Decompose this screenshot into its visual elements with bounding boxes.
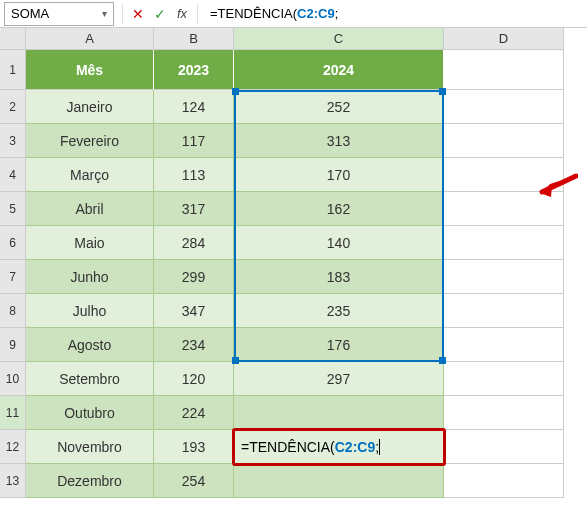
- row-header-11[interactable]: 11: [0, 396, 26, 430]
- close-icon: ✕: [132, 6, 144, 22]
- select-all-corner[interactable]: [0, 28, 26, 50]
- row-header-3[interactable]: 3: [0, 124, 26, 158]
- row-header-4[interactable]: 4: [0, 158, 26, 192]
- formula-eq: =: [241, 439, 249, 455]
- cell-2023[interactable]: 120: [154, 362, 234, 396]
- cell-2023[interactable]: 193: [154, 430, 234, 464]
- cell-2024[interactable]: 252: [234, 90, 444, 124]
- cell-2023[interactable]: 347: [154, 294, 234, 328]
- column-header-c[interactable]: C: [234, 28, 444, 50]
- cell-2024[interactable]: 176: [234, 328, 444, 362]
- cancel-formula-button[interactable]: ✕: [127, 3, 149, 25]
- name-box[interactable]: SOMA ▾: [4, 2, 114, 26]
- column-header-a[interactable]: A: [26, 28, 154, 50]
- column-header-b[interactable]: B: [154, 28, 234, 50]
- row-header-2[interactable]: 2: [0, 90, 26, 124]
- row-header-12[interactable]: 12: [0, 430, 26, 464]
- cell-blank[interactable]: [444, 328, 564, 362]
- formula-fn: TENDÊNCIA(: [249, 439, 335, 455]
- header-2023[interactable]: 2023: [154, 50, 234, 90]
- row-header-6[interactable]: 6: [0, 226, 26, 260]
- cell-2024[interactable]: [234, 464, 444, 498]
- cell-mes[interactable]: Dezembro: [26, 464, 154, 498]
- cell-2023[interactable]: 124: [154, 90, 234, 124]
- cell-2023[interactable]: 284: [154, 226, 234, 260]
- row-header-7[interactable]: 7: [0, 260, 26, 294]
- cell-blank[interactable]: [444, 464, 564, 498]
- column-headers: A B C D: [26, 28, 564, 50]
- formula-ref: C2:C9: [335, 439, 375, 455]
- accept-formula-button[interactable]: ✓: [149, 3, 171, 25]
- cell-mes[interactable]: Fevereiro: [26, 124, 154, 158]
- cell-blank[interactable]: [444, 192, 564, 226]
- formula-function: TENDÊNCIA(: [218, 6, 297, 21]
- cell-2023[interactable]: 113: [154, 158, 234, 192]
- cell-mes[interactable]: Outubro: [26, 396, 154, 430]
- cell-mes[interactable]: Maio: [26, 226, 154, 260]
- formula-suffix: ;: [335, 6, 339, 21]
- cell-mes[interactable]: Junho: [26, 260, 154, 294]
- cell-blank[interactable]: [444, 260, 564, 294]
- cell-blank[interactable]: [444, 226, 564, 260]
- cell-2024[interactable]: 235: [234, 294, 444, 328]
- cell-2023[interactable]: 299: [154, 260, 234, 294]
- cell-blank[interactable]: [444, 124, 564, 158]
- cell-blank[interactable]: [444, 294, 564, 328]
- cell-2023[interactable]: 234: [154, 328, 234, 362]
- cell-2023[interactable]: 317: [154, 192, 234, 226]
- cell-2024[interactable]: 313: [234, 124, 444, 158]
- cell-mes[interactable]: Novembro: [26, 430, 154, 464]
- cell-blank[interactable]: [444, 430, 564, 464]
- column-header-d[interactable]: D: [444, 28, 564, 50]
- cell-2024[interactable]: 170: [234, 158, 444, 192]
- fx-icon: fx: [177, 6, 187, 21]
- row-headers: 1 2 3 4 5 6 7 8 9 10 11 12 13: [0, 50, 26, 498]
- formula-reference: C2:C9: [297, 6, 335, 21]
- cell-2023[interactable]: 254: [154, 464, 234, 498]
- insert-function-button[interactable]: fx: [171, 3, 193, 25]
- row-header-13[interactable]: 13: [0, 464, 26, 498]
- cell-mes[interactable]: Agosto: [26, 328, 154, 362]
- cell-blank[interactable]: [444, 158, 564, 192]
- row-header-5[interactable]: 5: [0, 192, 26, 226]
- cell-2023[interactable]: 117: [154, 124, 234, 158]
- row-header-8[interactable]: 8: [0, 294, 26, 328]
- cell-2024[interactable]: 297: [234, 362, 444, 396]
- cell-mes[interactable]: Março: [26, 158, 154, 192]
- cell-blank[interactable]: [444, 396, 564, 430]
- cells-area: Mês 2023 2024 Janeiro124252 Fevereiro117…: [26, 50, 564, 498]
- separator: [122, 4, 123, 24]
- cell-mes[interactable]: Abril: [26, 192, 154, 226]
- cell-2024[interactable]: 183: [234, 260, 444, 294]
- cell-mes[interactable]: Janeiro: [26, 90, 154, 124]
- header-mes[interactable]: Mês: [26, 50, 154, 90]
- cell-2023[interactable]: 224: [154, 396, 234, 430]
- cell-mes[interactable]: Julho: [26, 294, 154, 328]
- text-cursor: [379, 439, 380, 455]
- cell-blank[interactable]: [444, 362, 564, 396]
- cell-2024[interactable]: 140: [234, 226, 444, 260]
- row-header-9[interactable]: 9: [0, 328, 26, 362]
- formula-input[interactable]: =TENDÊNCIA(C2:C9;: [202, 6, 587, 21]
- formula-bar: SOMA ▾ ✕ ✓ fx =TENDÊNCIA(C2:C9;: [0, 0, 587, 28]
- chevron-down-icon[interactable]: ▾: [102, 8, 107, 19]
- name-box-value: SOMA: [11, 6, 49, 21]
- formula-prefix: =: [210, 6, 218, 21]
- cell-2024[interactable]: [234, 396, 444, 430]
- cell-d1[interactable]: [444, 50, 564, 90]
- check-icon: ✓: [154, 6, 166, 22]
- header-2024[interactable]: 2024: [234, 50, 444, 90]
- cell-mes[interactable]: Setembro: [26, 362, 154, 396]
- row-header-1[interactable]: 1: [0, 50, 26, 90]
- active-cell-editor[interactable]: =TENDÊNCIA(C2:C9;: [232, 428, 446, 466]
- row-header-10[interactable]: 10: [0, 362, 26, 396]
- cell-blank[interactable]: [444, 90, 564, 124]
- separator: [197, 4, 198, 24]
- cell-2024[interactable]: 162: [234, 192, 444, 226]
